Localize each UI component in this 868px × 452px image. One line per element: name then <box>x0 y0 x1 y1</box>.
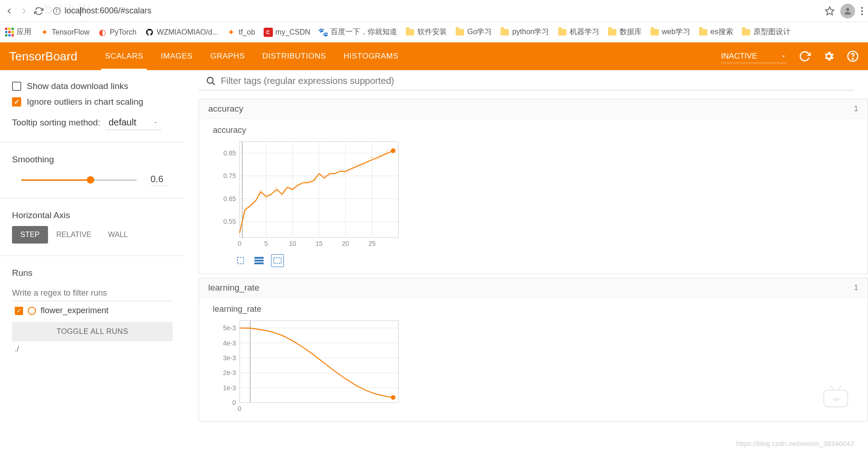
smoothing-label: Smoothing <box>12 155 173 165</box>
checkbox-label: Show data download links <box>27 81 128 91</box>
toggle-all-runs-button[interactable]: TOGGLE ALL RUNS <box>12 322 173 341</box>
svg-point-10 <box>207 77 213 83</box>
bookmark-item[interactable]: Cmy_CSDN <box>264 28 311 37</box>
axis-label: Horizontal Axis <box>12 210 173 220</box>
bookmark-item[interactable]: es搜索 <box>699 27 733 37</box>
star-icon[interactable] <box>825 6 835 16</box>
select-value: default <box>108 117 136 128</box>
bookmark-item[interactable]: 应用 <box>5 27 31 37</box>
url-text: localhost:6006/#scalars <box>65 6 151 16</box>
svg-text:5e-3: 5e-3 <box>223 324 236 332</box>
svg-point-7 <box>861 13 863 15</box>
svg-text:0.75: 0.75 <box>223 172 236 179</box>
panel-header[interactable]: learning_rate 1 <box>199 278 868 298</box>
divider <box>0 142 185 143</box>
axis-btn-wall[interactable]: WALL <box>100 226 136 244</box>
runs-path: ./ <box>12 341 173 357</box>
avatar[interactable] <box>840 4 855 18</box>
axis-btn-step[interactable]: STEP <box>12 226 48 244</box>
back-icon[interactable] <box>5 6 14 16</box>
bookmark-item[interactable]: web学习 <box>650 27 690 37</box>
checkbox-icon[interactable] <box>12 82 21 91</box>
svg-point-4 <box>846 8 850 11</box>
panel-learning_rate: learning_rate 1 learning_rate 001e-32e-3… <box>199 278 868 422</box>
bookmarks-bar: 应用✦TensorFlow◐PyTorchWZMIAOMIAO/d...✦tf_… <box>0 22 868 42</box>
svg-text:10: 10 <box>289 240 296 247</box>
runs-filter-input[interactable] <box>12 285 173 301</box>
bookmark-item[interactable]: 数据库 <box>608 27 642 37</box>
app-header: TensorBoard SCALARSIMAGESGRAPHSDISTRIBUT… <box>0 42 868 70</box>
expand-icon[interactable] <box>234 254 247 267</box>
forward-icon[interactable] <box>19 6 29 16</box>
panel-header[interactable]: accuracy 1 <box>199 99 868 119</box>
content-area: accuracy 1 accuracy 05101520250.550.650.… <box>185 70 868 452</box>
info-icon[interactable] <box>53 7 61 15</box>
chart-title: learning_rate <box>213 304 854 314</box>
tooltip-sorting-row: Tooltip sorting method: default <box>12 115 173 130</box>
smoothing-value[interactable]: 0.6 <box>151 174 168 186</box>
svg-point-2 <box>56 9 57 10</box>
address-bar[interactable]: bilibili localhost:6006/#scalars <box>49 6 819 16</box>
svg-text:4e-3: 4e-3 <box>223 339 236 347</box>
svg-text:2e-3: 2e-3 <box>223 369 236 376</box>
smoothing-slider[interactable] <box>21 179 137 181</box>
run-checkbox-icon[interactable] <box>15 307 23 315</box>
bookmark-item[interactable]: 原型图设计 <box>741 27 790 37</box>
bookmark-item[interactable]: ✦TensorFlow <box>40 28 90 37</box>
svg-text:1e-3: 1e-3 <box>223 384 236 392</box>
svg-text:0: 0 <box>238 240 241 247</box>
svg-text:5: 5 <box>264 240 268 247</box>
svg-text:25: 25 <box>368 240 376 247</box>
gear-icon[interactable] <box>823 50 835 62</box>
svg-text:20: 20 <box>342 240 350 247</box>
panel-count: 1 <box>854 104 858 113</box>
help-icon[interactable] <box>847 50 859 62</box>
svg-rect-35 <box>237 257 244 264</box>
bookmark-item[interactable]: python学习 <box>500 27 549 37</box>
svg-point-9 <box>852 58 853 59</box>
svg-point-5 <box>861 7 863 9</box>
bookmark-item[interactable]: 机器学习 <box>558 27 599 37</box>
reload-icon[interactable] <box>34 6 43 16</box>
runs-label: Runs <box>12 268 173 278</box>
axis-btn-relative[interactable]: RELATIVE <box>48 226 100 244</box>
chevron-down-icon <box>153 120 158 125</box>
tab-scalars[interactable]: SCALARS <box>105 42 143 70</box>
panel-title: learning_rate <box>208 283 259 293</box>
bookmark-item[interactable]: WZMIAOMIAO/d... <box>145 28 218 37</box>
svg-text:0.85: 0.85 <box>223 149 236 157</box>
tooltip-select[interactable]: default <box>106 115 161 130</box>
menu-icon[interactable] <box>861 6 863 16</box>
svg-rect-39 <box>274 258 281 263</box>
search-icon <box>206 76 216 86</box>
refresh-icon[interactable] <box>799 50 811 62</box>
tab-images[interactable]: IMAGES <box>161 42 193 70</box>
tag-filter-input[interactable] <box>221 76 847 86</box>
chart-toolbar <box>234 254 854 267</box>
divider <box>0 198 185 198</box>
bookmark-item[interactable]: ✦tf_ob <box>227 28 255 37</box>
svg-rect-37 <box>254 260 264 262</box>
tab-distributions[interactable]: DISTRIBUTIONS <box>262 42 326 70</box>
show-download-links-row[interactable]: Show data download links <box>0 78 185 94</box>
run-item[interactable]: flower_experiment <box>12 301 173 320</box>
chevron-down-icon <box>780 53 787 59</box>
reload-status-select[interactable]: INACTIVE <box>721 50 787 63</box>
sidebar: Show data download links Ignore outliers… <box>0 70 185 452</box>
fit-icon[interactable] <box>271 254 284 267</box>
tab-graphs[interactable]: GRAPHS <box>210 42 245 70</box>
svg-text:0: 0 <box>232 399 236 406</box>
status-label: INACTIVE <box>721 52 757 61</box>
lines-icon[interactable] <box>253 254 265 267</box>
svg-rect-38 <box>254 262 264 264</box>
bookmark-item[interactable]: ◐PyTorch <box>98 28 137 37</box>
bookmark-item[interactable]: 🐾百度一下，你就知道 <box>319 27 397 37</box>
tab-histograms[interactable]: HISTOGRAMS <box>344 42 398 70</box>
run-color-icon <box>28 307 36 315</box>
bookmark-item[interactable]: Go学习 <box>455 27 492 37</box>
ignore-outliers-row[interactable]: Ignore outliers in chart scaling <box>0 94 185 110</box>
svg-point-56 <box>391 395 396 400</box>
bookmark-item[interactable]: 软件安装 <box>405 27 447 37</box>
checkbox-checked-icon[interactable] <box>12 97 21 107</box>
svg-text:3e-3: 3e-3 <box>223 354 236 362</box>
